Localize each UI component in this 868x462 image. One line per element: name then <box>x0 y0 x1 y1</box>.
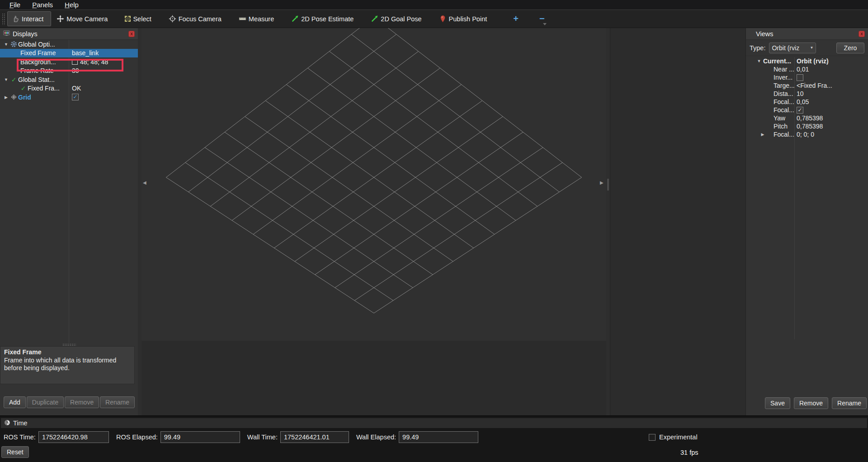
remove-button[interactable]: Remove <box>65 396 99 408</box>
views-row-yaw[interactable]: Yaw 0,785398 <box>746 114 868 122</box>
ros-elapsed-label: ROS Elapsed: <box>116 433 158 441</box>
tree-row-grid[interactable]: Grid <box>0 93 138 102</box>
rename-view-button[interactable]: Rename <box>832 397 867 409</box>
tree-row-fixed-frame[interactable]: Fixed Frame base_link <box>0 49 138 58</box>
tool-interact[interactable]: Interact <box>7 11 51 26</box>
row-value[interactable]: 10 <box>797 90 804 97</box>
lower-dock-area <box>142 341 606 415</box>
time-panel: Time ROS Time: 1752246420.98 ROS Elapsed… <box>0 415 868 462</box>
row-value[interactable]: 0,01 <box>797 66 809 73</box>
row-value <box>797 74 803 81</box>
add-tool-button[interactable]: + <box>509 14 523 24</box>
grid-icon <box>9 94 18 100</box>
splitter-grip[interactable] <box>607 179 609 191</box>
tool-focus-camera[interactable]: Focus Camera <box>166 13 224 25</box>
status-value: OK <box>72 85 81 92</box>
tree-row-background-color[interactable]: Backgroun... 48; 48; 48 <box>0 57 138 67</box>
row-value[interactable]: 0; 0; 0 <box>797 131 814 138</box>
collapse-left-icon[interactable]: ◀ <box>143 180 146 185</box>
view-type-dropdown[interactable]: Orbit (rviz ▼ <box>769 43 816 53</box>
row-value[interactable]: 0,05 <box>797 98 809 105</box>
row-value[interactable]: <Fixed Fra... <box>797 82 832 89</box>
row-label: Focal... <box>774 131 794 138</box>
views-row-distance[interactable]: Dista... 10 <box>746 90 868 98</box>
chevron-down-icon[interactable] <box>3 42 9 47</box>
ros-time-field[interactable]: 1752246420.98 <box>38 431 109 443</box>
chevron-right-icon[interactable] <box>760 132 766 137</box>
collapse-right-icon[interactable]: ▶ <box>600 180 604 185</box>
left-splitter[interactable] <box>138 28 142 415</box>
monitor-icon <box>3 30 10 38</box>
row-label: Global Opti... <box>18 41 55 48</box>
views-row-focal-point[interactable]: Focal... 0; 0; 0 <box>746 130 868 138</box>
time-panel-titlebar[interactable]: Time <box>1 418 867 428</box>
rename-button[interactable]: Rename <box>100 396 135 408</box>
duplicate-button[interactable]: Duplicate <box>27 396 64 408</box>
invert-z-checkbox[interactable] <box>797 74 803 81</box>
row-label: Near ... <box>774 66 794 73</box>
render-viewport[interactable] <box>142 28 606 341</box>
tree-row-fixed-frame-status[interactable]: ✓ Fixed Fra... OK <box>0 84 138 93</box>
views-row-focal-shape-size[interactable]: Focal... 0,05 <box>746 98 868 106</box>
views-row-near-clip[interactable]: Near ... 0,01 <box>746 65 868 73</box>
tool-move-camera[interactable]: Move Camera <box>54 13 110 25</box>
grid-enabled-checkbox[interactable] <box>72 94 79 100</box>
displays-panel-titlebar[interactable]: Displays x <box>0 28 138 40</box>
tree-row-global-options[interactable]: Global Opti... <box>0 40 138 49</box>
close-icon[interactable]: x <box>859 31 865 37</box>
chevron-down-icon[interactable] <box>756 59 762 63</box>
description-body: Frame into which all data is transformed… <box>4 357 131 372</box>
save-button[interactable]: Save <box>765 397 790 409</box>
views-panel-titlebar[interactable]: Views x <box>746 28 868 40</box>
ground-grid <box>142 28 606 341</box>
wall-elapsed-field[interactable]: 99.49 <box>399 431 478 443</box>
tree-row-frame-rate[interactable]: Frame Rate 30 <box>0 67 138 76</box>
remove-tool-button[interactable]: − <box>535 14 549 24</box>
wall-time-field[interactable]: 1752246421.01 <box>280 431 349 443</box>
row-label: Inver... <box>774 74 793 81</box>
wall-time-label: Wall Time: <box>247 433 278 441</box>
menu-help[interactable]: Help <box>60 1 84 9</box>
views-row-focal-shape-fixed[interactable]: Focal... <box>746 106 868 114</box>
tool-label: Select <box>133 15 151 23</box>
background-color-value[interactable]: 48; 48; 48 <box>72 58 108 66</box>
chevron-right-icon[interactable] <box>3 95 9 100</box>
add-button[interactable]: Add <box>4 396 26 408</box>
toolbar-drag-handle[interactable] <box>2 13 5 25</box>
fixed-frame-value[interactable]: base_link <box>72 49 99 57</box>
row-value[interactable]: 0,785398 <box>797 123 823 130</box>
remove-view-button[interactable]: Remove <box>794 397 828 409</box>
experimental-checkbox[interactable] <box>649 434 656 441</box>
focal-shape-checkbox[interactable] <box>797 107 803 114</box>
menu-file[interactable]: File <box>5 1 25 9</box>
empty-dock-area <box>610 28 746 415</box>
displays-tree: Global Opti... Fixed Frame base_link Bac… <box>0 40 138 343</box>
views-row-target-frame[interactable]: Targe... <Fixed Fra... <box>746 81 868 90</box>
tool-2d-pose-estimate[interactable]: 2D Pose Estimate <box>288 13 356 25</box>
views-row-invert-z[interactable]: Inver... <box>746 73 868 81</box>
tool-select[interactable]: Select <box>122 13 154 25</box>
displays-panel-title: Displays <box>13 30 38 38</box>
frame-rate-value[interactable]: 30 <box>72 67 79 74</box>
ros-elapsed-field[interactable]: 99.49 <box>160 431 240 443</box>
views-row-current-view[interactable]: Current... Orbit (rviz) <box>746 57 868 65</box>
chevron-down-icon: ▼ <box>810 46 814 50</box>
zero-button[interactable]: Zero <box>836 43 864 53</box>
splitter-grip[interactable] <box>62 343 76 346</box>
color-swatch[interactable] <box>72 59 78 65</box>
property-description: Fixed Frame Frame into which all data is… <box>0 346 135 384</box>
right-splitter[interactable] <box>606 28 610 415</box>
chevron-down-icon[interactable] <box>3 77 9 82</box>
tree-row-global-status[interactable]: ✓ Global Stat... <box>0 75 138 84</box>
tool-measure[interactable]: Measure <box>236 13 277 25</box>
tool-publish-point[interactable]: Publish Point <box>436 13 490 25</box>
chevron-down-icon[interactable] <box>543 23 547 25</box>
selection-box-icon <box>125 16 131 22</box>
menu-panels[interactable]: Panels <box>27 1 58 9</box>
close-icon[interactable]: x <box>128 31 135 37</box>
crosshair-icon <box>169 15 176 23</box>
row-value[interactable]: 0,785398 <box>797 114 823 122</box>
reset-button[interactable]: Reset <box>1 446 29 458</box>
tool-2d-goal-pose[interactable]: 2D Goal Pose <box>368 13 424 25</box>
views-row-pitch[interactable]: Pitch 0,785398 <box>746 122 868 130</box>
